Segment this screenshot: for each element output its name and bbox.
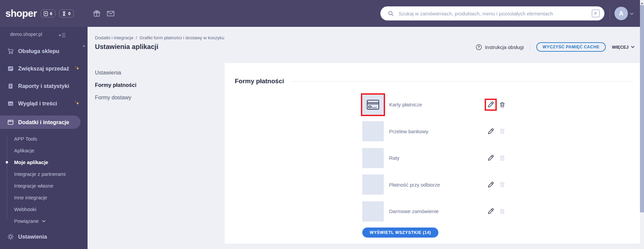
card-header: Formy płatności <box>235 78 633 85</box>
chevron-down-icon <box>42 220 46 222</box>
subnav-item[interactable]: Formy dostawy <box>95 94 169 101</box>
edit-icon[interactable] <box>486 207 495 216</box>
submenu-item-label: Powiązane <box>14 218 39 224</box>
search-input[interactable] <box>398 10 592 17</box>
sidebar-item-wyglad[interactable]: Wygląd i treści <box>0 95 88 112</box>
new-orders-badge[interactable]: 6 <box>41 9 55 17</box>
payment-row: Karty płatnicze <box>225 91 640 118</box>
svg-text:?: ? <box>478 45 480 49</box>
breadcrumb-current: Grafiki form płatności i dostawy w koszy… <box>140 35 224 40</box>
header-divider <box>530 43 530 51</box>
payment-label: Płatność przy odbiorze <box>389 182 440 188</box>
page-header-actions: ? Instrukcja obsługi WYCZYŚĆ PAMIĘĆ CACH… <box>476 42 635 52</box>
cart-icon <box>7 48 14 54</box>
trash-icon[interactable] <box>498 100 506 109</box>
subnav-item[interactable]: Formy płatności <box>95 82 169 89</box>
breadcrumb-separator: / <box>136 35 137 40</box>
gear-icon <box>7 234 14 240</box>
collapse-sidebar-icon[interactable] <box>59 32 66 38</box>
help-circle-icon: ? <box>476 44 482 50</box>
avatar-chevron-down-icon[interactable] <box>630 12 634 15</box>
help-link[interactable]: ? Instrukcja obsługi <box>476 44 524 50</box>
payment-label: Karty płatnicze <box>389 102 422 107</box>
sidebar-item-raporty[interactable]: Raporty i statystyki <box>0 77 88 95</box>
trash-icon[interactable] <box>498 207 506 216</box>
shoper-logo: shoper <box>5 8 37 19</box>
subnav-item[interactable]: Ustawienia <box>95 69 169 76</box>
payment-label: Przelew bankowy <box>389 129 428 134</box>
sparkle-icon <box>74 66 80 71</box>
avatar[interactable]: A <box>614 7 628 20</box>
sidebar-item-label: Dodatki i integracje <box>18 119 69 126</box>
sidebar-item-ustawienia[interactable]: Ustawienia <box>0 231 88 243</box>
sidebar: demo.shoper.pl Obsługa sklepu Zwiększaj … <box>0 27 88 249</box>
row-actions <box>486 127 506 136</box>
row-actions <box>486 100 506 109</box>
more-dropdown[interactable]: WIĘCEJ <box>612 45 635 50</box>
breadcrumb: Dodatki i integracje/Grafiki form płatno… <box>95 35 224 40</box>
submenu-item-label: Webhooki <box>14 206 36 212</box>
scrollbar-thumb[interactable] <box>640 5 644 212</box>
sidebar-item-label: Ustawienia <box>18 234 47 240</box>
trash-icon[interactable] <box>498 127 506 136</box>
row-actions <box>486 154 506 162</box>
sidebar-header: demo.shoper.pl <box>0 27 88 42</box>
sidebar-item-dodatki-integracje[interactable]: Dodatki i integracje <box>0 112 88 130</box>
gift-icon[interactable] <box>93 10 100 17</box>
sidebar-submenu: APP Tools Aplikacje Moje aplikacje Integ… <box>0 133 88 227</box>
sidebar-submenu-item[interactable]: Inne integracje <box>0 192 88 203</box>
payment-row: Raty <box>225 145 640 171</box>
edit-icon[interactable] <box>486 154 495 162</box>
card-title: Formy płatności <box>235 78 284 85</box>
search-shortcut-key: F <box>592 9 600 17</box>
sidebar-submenu-item[interactable]: Powiązane <box>0 215 88 227</box>
new-orders-count: 6 <box>50 11 52 16</box>
payment-row: Darmowe zamówienie <box>225 198 640 225</box>
payment-rows: Karty płatnicze Przelew bankowy <box>225 91 640 225</box>
scrollbar-up-arrow[interactable] <box>641 1 643 4</box>
active-nav-pill: Dodatki i integracje <box>0 115 80 129</box>
payment-methods-card: Formy płatności Karty płatnicze <box>225 63 640 244</box>
image-icon <box>7 100 14 107</box>
payment-thumbnail <box>362 175 384 195</box>
help-label: Instrukcja obsługi <box>485 44 524 50</box>
edit-icon[interactable] <box>486 127 495 136</box>
submenu-item-label: Inne integracje <box>14 195 47 200</box>
submenu-item-label: Integracje własne <box>14 183 53 189</box>
topbar: shoper 6 0 F A <box>0 0 640 27</box>
payment-row: Płatność przy odbiorze <box>225 171 640 198</box>
payment-thumbnail <box>362 201 384 221</box>
clipboard-icon <box>7 83 14 89</box>
submenu-item-label: Integracje z partnerami <box>14 171 65 177</box>
submenu-item-label: Moje aplikacje <box>14 159 48 165</box>
sidebar-submenu-item[interactable]: Webhooki <box>0 203 88 215</box>
page-scrollbar[interactable] <box>640 0 644 249</box>
breadcrumb-link-dodatki[interactable]: Dodatki i integracje <box>95 35 133 40</box>
sparkle-icon <box>74 101 80 106</box>
sidebar-submenu-item[interactable]: APP Tools <box>0 133 88 145</box>
payment-thumbnail <box>362 148 384 168</box>
clear-cache-button[interactable]: WYCZYŚĆ PAMIĘĆ CACHE <box>536 42 606 52</box>
mail-icon[interactable] <box>107 11 114 16</box>
chart-icon <box>7 65 14 72</box>
content-area: Dodatki i integracje/Grafiki form płatno… <box>88 27 640 249</box>
sidebar-submenu-item[interactable]: Aplikacje <box>0 145 88 156</box>
more-label: WIĘCEJ <box>612 45 629 50</box>
trash-icon[interactable] <box>498 154 506 162</box>
sidebar-submenu-item[interactable]: Integracje z partnerami <box>0 168 88 180</box>
edit-icon[interactable] <box>486 180 495 189</box>
submenu-item-label: APP Tools <box>14 136 37 142</box>
hourglass-icon <box>62 11 66 16</box>
search-icon <box>388 10 394 16</box>
sidebar-item-zwiekszaj-sprzedaz[interactable]: Zwiększaj sprzedaż <box>0 60 88 77</box>
pending-badge[interactable]: 0 <box>59 9 74 17</box>
sidebar-item-obsluga-sklepu[interactable]: Obsługa sklepu <box>0 42 88 60</box>
sidebar-item-label: Zwiększaj sprzedaż <box>18 65 69 72</box>
trash-icon[interactable] <box>498 180 506 189</box>
sidebar-submenu-item[interactable]: Moje aplikacje <box>0 156 88 168</box>
sidebar-submenu-item[interactable]: Integracje własne <box>0 180 88 192</box>
show-all-button[interactable]: WYŚWIETL WSZYSTKIE (14) <box>362 228 438 238</box>
edit-icon[interactable] <box>486 100 495 109</box>
active-bullet <box>6 161 8 163</box>
sidebar-item-label: Wygląd i treści <box>18 100 57 107</box>
